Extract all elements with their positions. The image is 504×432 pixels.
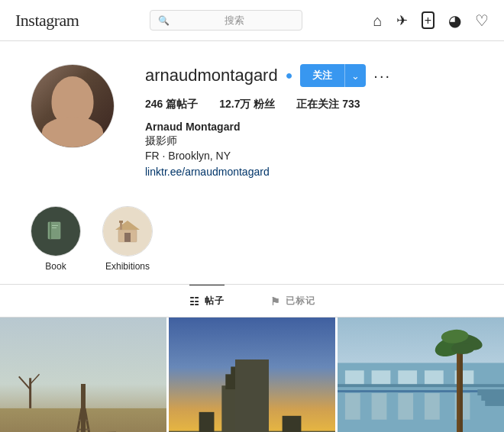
nav-icons: ⌂ ✈ + ◕ ♡ <box>373 11 489 29</box>
svg-rect-45 <box>372 393 387 420</box>
svg-marker-5 <box>115 221 140 230</box>
svg-rect-32 <box>231 366 235 378</box>
tab-tagged[interactable]: ⚑ 已标记 <box>270 285 315 317</box>
svg-rect-38 <box>345 370 364 385</box>
username: arnaudmontagard <box>145 66 278 85</box>
profile-section: arnaudmontagard ● 关注 ⌄ ··· 246 篇帖子 12.7万… <box>0 41 504 194</box>
posts-count: 246 <box>145 98 163 110</box>
svg-rect-41 <box>425 370 444 385</box>
svg-rect-59 <box>481 395 504 401</box>
highlight-exhibitions[interactable]: Exhibitions <box>102 206 153 272</box>
tab-posts[interactable]: ☷ 帖子 <box>189 285 225 317</box>
verified-icon: ● <box>286 69 293 82</box>
photo-1 <box>0 318 166 432</box>
avatar <box>31 64 115 148</box>
posts-label: 篇帖子 <box>166 98 198 110</box>
profile-link[interactable]: linktr.ee/arnaudmontagard <box>145 166 270 178</box>
svg-rect-7 <box>120 222 122 230</box>
followers-stat: 12.7万 粉丝 <box>219 98 275 111</box>
search-bar[interactable]: 🔍 <box>150 10 302 31</box>
svg-rect-6 <box>124 233 131 242</box>
svg-rect-44 <box>345 393 360 420</box>
svg-rect-46 <box>398 393 413 420</box>
highlight-exhibitions-bg <box>103 207 152 256</box>
photo-cell-3[interactable] <box>338 318 504 432</box>
search-input[interactable] <box>174 15 294 26</box>
avatar-image <box>31 65 114 147</box>
svg-rect-10 <box>0 408 166 432</box>
highlight-exhibitions-circle <box>102 206 153 256</box>
followers-count: 12.7万 <box>219 98 250 110</box>
add-icon[interactable]: + <box>422 11 435 29</box>
photo-cell-1[interactable] <box>0 318 166 432</box>
svg-rect-3 <box>52 227 57 228</box>
tab-posts-label: 帖子 <box>205 295 225 308</box>
tab-tagged-label: 已标记 <box>286 295 315 308</box>
highlight-exhibitions-label: Exhibitions <box>105 261 150 272</box>
explore-icon[interactable]: ◕ <box>448 13 461 28</box>
profile-name: Arnaud Montagard <box>145 121 473 133</box>
follow-button-group: 关注 ⌄ <box>300 64 366 87</box>
posts-stat: 246 篇帖子 <box>145 98 198 111</box>
book-icon <box>42 218 69 245</box>
following-prefix: 正在关注 <box>296 98 339 110</box>
follow-button[interactable]: 关注 <box>300 64 344 87</box>
stats-row: 246 篇帖子 12.7万 粉丝 正在关注 733 <box>145 98 473 111</box>
following-stat: 正在关注 733 <box>296 98 360 111</box>
profile-info: arnaudmontagard ● 关注 ⌄ ··· 246 篇帖子 12.7万… <box>145 64 473 179</box>
following-count: 733 <box>342 98 360 110</box>
svg-rect-22 <box>169 318 335 432</box>
grid-icon: ☷ <box>189 295 200 308</box>
svg-rect-2 <box>52 225 58 226</box>
svg-rect-33 <box>199 412 215 432</box>
tabs-section: ☷ 帖子 ⚑ 已标记 <box>0 285 504 318</box>
tag-icon: ⚑ <box>270 295 281 308</box>
photo-1-svg <box>0 318 166 432</box>
photo-2-svg <box>169 318 335 432</box>
exhibitions-icon <box>112 216 143 247</box>
photo-2 <box>169 318 335 432</box>
photo-grid <box>0 318 504 432</box>
search-icon: 🔍 <box>158 15 170 26</box>
profile-location: FR · Brooklyn, NY <box>145 150 473 162</box>
highlight-book-label: Book <box>45 261 66 272</box>
svg-rect-34 <box>283 416 302 432</box>
send-icon[interactable]: ✈ <box>396 14 408 27</box>
profile-occupation: 摄影师 <box>145 134 473 148</box>
svg-rect-43 <box>338 384 504 387</box>
follow-dropdown-button[interactable]: ⌄ <box>344 64 366 87</box>
photo-cell-2[interactable] <box>169 318 335 432</box>
highlight-book-bg <box>31 207 80 256</box>
heart-icon[interactable]: ♡ <box>475 13 489 28</box>
svg-rect-1 <box>50 222 51 239</box>
svg-rect-8 <box>119 221 123 223</box>
profile-top-row: arnaudmontagard ● 关注 ⌄ ··· <box>145 64 473 87</box>
svg-rect-60 <box>485 400 504 406</box>
photo-3 <box>338 318 504 432</box>
svg-rect-58 <box>477 389 504 395</box>
instagram-logo: Instagram <box>15 11 79 31</box>
svg-rect-39 <box>372 370 391 385</box>
photo-3-svg <box>338 318 504 432</box>
top-nav: Instagram 🔍 ⌂ ✈ + ◕ ♡ <box>0 0 504 41</box>
home-icon[interactable]: ⌂ <box>373 13 383 28</box>
highlights-section: Book Exhibitions <box>0 194 504 285</box>
more-options-button[interactable]: ··· <box>373 67 391 85</box>
followers-label: 粉丝 <box>254 98 275 110</box>
svg-rect-47 <box>425 393 440 420</box>
svg-rect-30 <box>221 385 244 432</box>
svg-rect-40 <box>398 370 417 385</box>
highlight-book[interactable]: Book <box>31 206 81 272</box>
highlight-book-circle <box>31 206 81 256</box>
